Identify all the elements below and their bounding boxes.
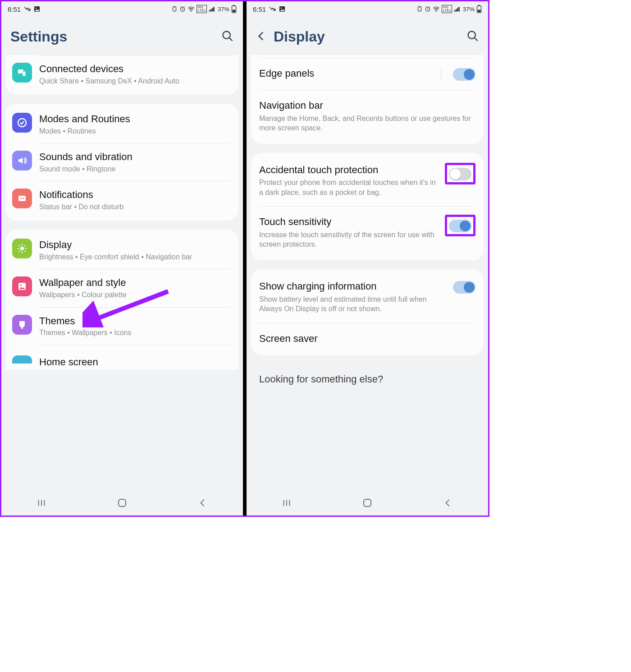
annotation-highlight <box>445 215 476 236</box>
settings-item-notifications[interactable]: Notifications Status bar • Do not distur… <box>6 181 238 219</box>
settings-item-touch-sensitivity[interactable]: Touch sensitivity Increase the touch sen… <box>251 207 484 258</box>
header: Display <box>247 16 488 55</box>
battery-icon <box>231 5 237 13</box>
settings-item-title: Themes <box>39 315 230 327</box>
svg-point-1 <box>36 8 37 9</box>
wifi-icon <box>433 6 440 12</box>
battery-text: 37% <box>218 6 229 13</box>
settings-item-sub: Themes • Wallpapers • Icons <box>39 328 230 338</box>
settings-item-screen-saver[interactable]: Screen saver <box>251 323 484 354</box>
svg-rect-57 <box>364 499 371 506</box>
back-button[interactable] <box>194 498 212 508</box>
navigation-bar <box>1 490 243 516</box>
signal-icon <box>209 6 216 12</box>
battery-icon <box>476 5 482 13</box>
svg-rect-41 <box>418 7 421 11</box>
settings-item-edge-panels[interactable]: Edge panels <box>251 58 484 90</box>
svg-rect-9 <box>213 7 214 11</box>
settings-item-charging-info[interactable]: Show charging information Show battery l… <box>251 271 484 323</box>
svg-rect-7 <box>210 9 211 12</box>
svg-point-20 <box>22 198 23 199</box>
svg-rect-51 <box>478 10 480 12</box>
status-time: 6:51 <box>253 5 266 13</box>
brush-icon <box>12 315 32 335</box>
settings-group: Show charging information Show battery l… <box>251 269 484 355</box>
settings-group: Accidental touch protection Protect your… <box>251 153 484 260</box>
settings-item-modes[interactable]: Modes and Routines Modes • Routines <box>6 106 238 143</box>
svg-point-22 <box>20 247 24 250</box>
toggle-charging-info[interactable] <box>453 281 476 294</box>
settings-item-sub: Modes • Routines <box>39 126 230 136</box>
toggle-edge-panels[interactable] <box>453 68 476 81</box>
settings-item-connected-devices[interactable]: Connected devices Quick Share • Samsung … <box>6 55 238 93</box>
settings-item-sub: Show battery level and estimated time un… <box>259 295 447 314</box>
svg-line-53 <box>475 37 478 41</box>
recents-button[interactable] <box>278 498 296 508</box>
settings-item-title: Navigation bar <box>259 99 476 112</box>
navigation-bar <box>247 490 488 516</box>
settings-item-title: Accidental touch protection <box>259 164 439 176</box>
svg-rect-50 <box>478 5 480 6</box>
volume-icon <box>12 151 32 170</box>
settings-item-sounds[interactable]: Sounds and vibration Sound mode • Ringto… <box>6 143 238 181</box>
header: Settings <box>1 16 243 55</box>
bell-icon <box>12 189 32 208</box>
settings-item-accidental-touch[interactable]: Accidental touch protection Protect your… <box>251 155 484 207</box>
image-icon <box>33 5 41 13</box>
settings-item-home-screen[interactable]: Home screen <box>32 351 106 368</box>
display-settings-list[interactable]: Edge panels Navigation bar Manage the Ho… <box>247 55 488 490</box>
volte-icon: Vo)LTE1 <box>197 5 207 13</box>
settings-screen: 6:51 Vo)LTE1 37% Settings <box>1 1 245 516</box>
toggle-separator <box>441 68 441 81</box>
settings-item-title: Sounds and vibration <box>39 151 230 163</box>
settings-item-sub: Increase the touch sensitivity of the sc… <box>259 230 439 249</box>
image-icon <box>12 276 32 296</box>
settings-item-title: Display <box>39 239 230 251</box>
svg-point-52 <box>468 31 476 38</box>
annotation-highlight <box>445 163 476 184</box>
back-button[interactable] <box>439 498 457 508</box>
settings-item-title: Connected devices <box>39 63 230 75</box>
settings-item-sub: Quick Share • Samsung DeX • Android Auto <box>39 76 230 86</box>
back-button[interactable] <box>256 30 267 44</box>
status-time: 6:51 <box>8 5 21 13</box>
alarm-icon <box>416 6 423 12</box>
svg-rect-8 <box>212 8 213 12</box>
wifi-icon <box>187 6 195 12</box>
battery-text: 37% <box>463 6 475 13</box>
svg-rect-48 <box>458 7 459 11</box>
recents-button[interactable] <box>32 498 50 508</box>
svg-line-29 <box>19 251 20 252</box>
svg-point-44 <box>436 11 437 12</box>
svg-point-19 <box>20 198 21 199</box>
settings-item-sub: Wallpapers • Colour palette <box>39 290 230 300</box>
settings-item-sub: Status bar • Do not disturb <box>39 202 230 212</box>
settings-list[interactable]: Connected devices Quick Share • Samsung … <box>1 55 243 490</box>
settings-item-navigation-bar[interactable]: Navigation bar Manage the Home, Back, an… <box>251 90 484 142</box>
settings-item-title: Wallpaper and style <box>39 276 230 289</box>
svg-rect-47 <box>457 8 458 12</box>
clock-icon <box>425 6 431 12</box>
settings-item-wallpaper[interactable]: Wallpaper and style Wallpapers • Colour … <box>6 269 238 307</box>
settings-item-display[interactable]: Display Brightness • Eye comfort shield … <box>6 231 238 269</box>
toggle-touch-sensitivity[interactable] <box>449 220 471 232</box>
toggle-accidental-touch[interactable] <box>449 168 471 180</box>
status-bar: 6:51 Vo)LTE1 37% <box>247 1 488 16</box>
svg-line-28 <box>24 251 25 252</box>
settings-item-title: Edge panels <box>259 67 434 80</box>
svg-point-32 <box>20 285 22 286</box>
search-button[interactable] <box>466 30 479 44</box>
settings-item-title: Screen saver <box>259 332 476 345</box>
clock-icon <box>179 6 186 12</box>
settings-item-themes[interactable]: Themes Themes • Wallpapers • Icons <box>6 308 238 345</box>
home-button[interactable] <box>358 497 376 508</box>
signal-icon <box>454 6 461 12</box>
svg-rect-38 <box>119 499 126 506</box>
settings-item-title: Show charging information <box>259 280 447 293</box>
home-button[interactable] <box>113 497 131 508</box>
settings-item-sub: Sound mode • Ringtone <box>39 164 230 174</box>
settings-item-title: Touch sensitivity <box>259 216 439 228</box>
search-button[interactable] <box>221 30 234 44</box>
alarm-icon <box>171 6 178 12</box>
svg-rect-2 <box>173 7 176 11</box>
